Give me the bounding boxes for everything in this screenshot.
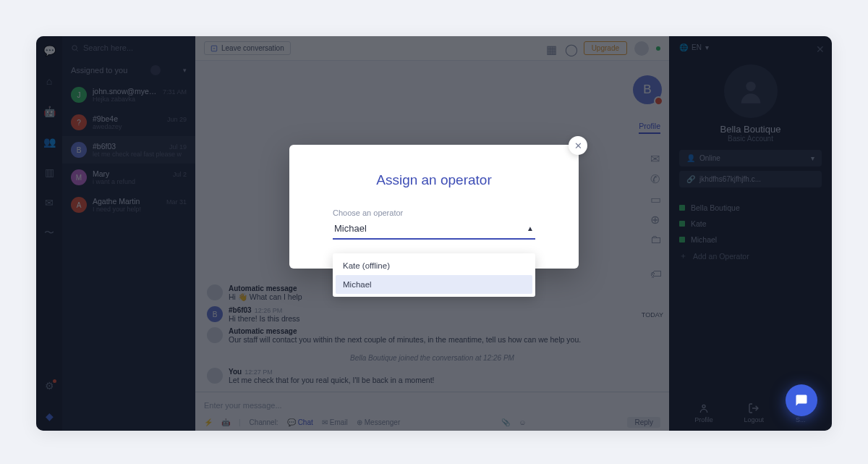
dropdown-option[interactable]: Kate (offline) (336, 256, 532, 275)
operator-dropdown: Kate (offline)Michael (333, 253, 535, 297)
operator-select-value: Michael (334, 223, 367, 234)
assign-operator-modal: ✕ Assign an operator Choose an operator … (289, 145, 579, 269)
caret-up-icon: ▲ (527, 224, 534, 232)
operator-select[interactable]: Michael ▲ (333, 220, 535, 240)
modal-close-button[interactable]: ✕ (569, 136, 587, 155)
app-frame: 💬 ⌂ 🤖 👥 ▥ ✉ 〜 ⚙ ◆ Search here... Assigne… (36, 36, 832, 431)
modal-field-label: Choose an operator (333, 208, 535, 217)
chat-fab[interactable] (786, 384, 817, 416)
modal-title: Assign an operator (333, 172, 535, 188)
dropdown-option[interactable]: Michael (336, 275, 532, 294)
chat-bubble-icon (795, 394, 808, 407)
